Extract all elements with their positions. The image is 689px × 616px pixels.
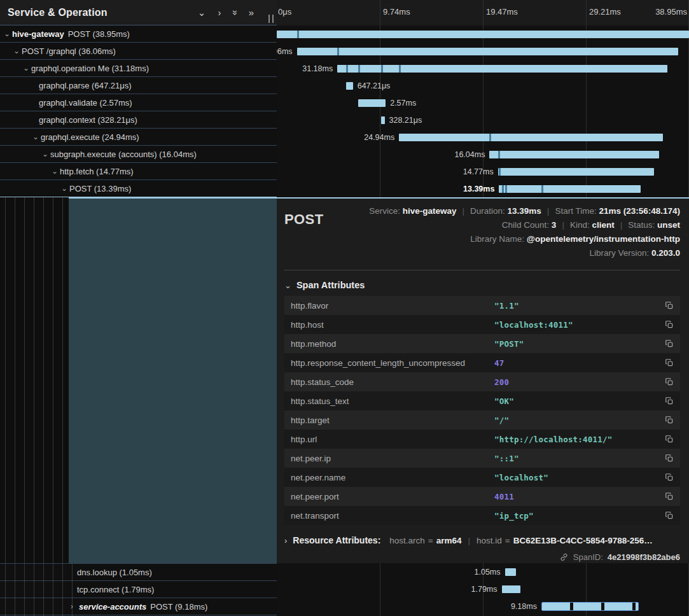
- span-tree-row[interactable]: ⌄POST /graphql (36.06ms): [0, 43, 277, 60]
- span-duration-row[interactable]: 1.79ms: [277, 580, 689, 598]
- span-id-label: SpanID:: [573, 552, 603, 562]
- span-bar[interactable]: [399, 134, 663, 141]
- copy-icon[interactable]: [665, 396, 674, 405]
- copy-icon[interactable]: [665, 377, 674, 386]
- span-bar[interactable]: [337, 65, 667, 73]
- span-duration-row[interactable]: 36.06ms: [277, 43, 689, 60]
- tree-header-title: Service & Operation: [8, 7, 108, 18]
- span-bar[interactable]: [489, 151, 659, 158]
- copy-icon[interactable]: [665, 358, 674, 367]
- attribute-value: "ip_tcp": [494, 511, 665, 521]
- meta-value: 13.39ms: [508, 206, 541, 216]
- span-bar[interactable]: [277, 31, 689, 38]
- child-start-marker: [499, 168, 501, 176]
- span-duration-row[interactable]: 24.94ms: [277, 129, 689, 146]
- span-label: graphql.context (328.21μs): [39, 115, 137, 125]
- child-start-marker: [498, 151, 500, 158]
- span-duration-row[interactable]: 647.21μs: [277, 77, 689, 94]
- span-label: graphql.validate (2.57ms): [39, 98, 132, 108]
- tree-guide-line: [53, 197, 53, 563]
- child-start-marker: [358, 65, 360, 73]
- attribute-row: http.status_text"OK": [284, 391, 680, 410]
- copy-icon[interactable]: [665, 320, 674, 329]
- copy-icon[interactable]: [665, 492, 674, 501]
- timeline-tick-label: 38.95ms: [655, 7, 687, 17]
- span-tree-row[interactable]: dns.lookup (1.05ms): [0, 564, 277, 581]
- double-chevron-down-icon[interactable]: »: [227, 6, 244, 20]
- span-duration-row[interactable]: 31.18ms: [277, 60, 689, 77]
- span-bar[interactable]: [358, 99, 386, 107]
- attribute-key: http.status_code: [291, 377, 494, 387]
- attribute-value: "localhost": [494, 473, 665, 482]
- span-duration-row[interactable]: 14.77ms: [277, 163, 689, 180]
- chevron-down-icon: ⌄: [284, 281, 291, 290]
- child-start-marker: [399, 65, 401, 73]
- selected-span-region: [69, 197, 277, 563]
- span-duration-row[interactable]: 16.04ms: [277, 146, 689, 163]
- span-bar[interactable]: [498, 168, 655, 176]
- chevron-down-icon[interactable]: ⌄: [13, 46, 22, 55]
- span-tree-row[interactable]: ⌄hive-gatewayPOST (38.95ms): [0, 25, 277, 43]
- chevron-down-icon[interactable]: ⌄: [42, 150, 50, 158]
- span-duration-row[interactable]: [277, 25, 689, 43]
- span-label: dns.lookup (1.05ms): [77, 568, 152, 577]
- span-bar[interactable]: [297, 48, 679, 55]
- double-chevron-right-icon[interactable]: »: [242, 1, 260, 25]
- span-tree-row[interactable]: ›service-accountsPOST (9.18ms): [0, 598, 277, 615]
- detail-meta-line: Service: hive-gateway|Duration: 13.39ms|…: [369, 206, 680, 216]
- span-duration-row[interactable]: 2.57ms: [277, 94, 689, 111]
- span-bar[interactable]: [381, 116, 385, 124]
- span-label: POST /graphql (36.06ms): [22, 46, 116, 56]
- copy-icon[interactable]: [665, 301, 674, 310]
- chevron-right-icon[interactable]: ›: [211, 1, 228, 25]
- span-bar[interactable]: [499, 185, 641, 193]
- copy-icon[interactable]: [665, 416, 674, 424]
- span-tree-row[interactable]: graphql.context (328.21μs): [0, 111, 277, 129]
- span-tree-row[interactable]: ⌄graphql.execute (24.94ms): [0, 129, 277, 146]
- chevron-down-icon[interactable]: ⌄: [32, 132, 41, 141]
- span-label: POST (38.95ms): [68, 29, 130, 39]
- chevron-down-icon[interactable]: ⌄: [4, 29, 12, 38]
- tree-guide-line: [15, 197, 15, 563]
- span-tree-row[interactable]: ⌄http.fetch (14.77ms): [0, 163, 277, 180]
- span-tree-row[interactable]: ⌄graphql.operation Me (31.18ms): [0, 60, 277, 77]
- span-bar[interactable]: [346, 82, 353, 90]
- attribute-row: net.peer.port4011: [284, 487, 680, 506]
- resource-key: host.id: [477, 536, 502, 545]
- copy-icon[interactable]: [665, 473, 674, 482]
- span-attributes-header[interactable]: ⌄Span Attributes: [284, 280, 680, 290]
- chevron-down-icon[interactable]: ⌄: [193, 1, 211, 25]
- child-start-marker: [337, 48, 339, 55]
- chevron-down-icon[interactable]: ⌄: [23, 64, 31, 73]
- meta-label: Library Name:: [470, 234, 527, 244]
- meta-label: Library Version:: [589, 248, 651, 258]
- span-tree-row[interactable]: ⌄POST (13.39ms): [0, 180, 277, 197]
- span-duration-label: 16.04ms: [454, 150, 485, 160]
- resource-attributes-row[interactable]: › Resource Attributes: host.arch=arm64|h…: [284, 535, 680, 545]
- span-duration-row[interactable]: 328.21μs: [277, 111, 689, 129]
- span-bar[interactable]: [502, 585, 521, 593]
- chevron-down-icon[interactable]: ⌄: [61, 184, 69, 193]
- span-bar[interactable]: [505, 568, 517, 576]
- tree-guide-line: [43, 197, 44, 563]
- span-duration-row[interactable]: 1.05ms: [277, 563, 689, 580]
- chevron-right-icon[interactable]: ›: [71, 602, 79, 611]
- attribute-key: net.transport: [291, 511, 494, 521]
- span-duration-row[interactable]: 13.39ms: [277, 180, 689, 197]
- copy-icon[interactable]: [665, 511, 674, 520]
- span-label: http.fetch (14.77ms): [60, 167, 134, 176]
- copy-icon[interactable]: [665, 454, 674, 463]
- span-service-name: hive-gateway: [12, 29, 64, 39]
- panel-resize-handle[interactable]: [268, 15, 274, 23]
- span-tree-row[interactable]: ⌄subgraph.execute (accounts) (16.04ms): [0, 146, 277, 163]
- span-tree-row[interactable]: tcp.connect (1.79ms): [0, 581, 277, 598]
- span-duration-row[interactable]: 9.18ms: [277, 598, 689, 615]
- span-bar[interactable]: [541, 602, 639, 611]
- chevron-down-icon[interactable]: ⌄: [52, 167, 60, 176]
- copy-icon[interactable]: [665, 435, 674, 444]
- attribute-value: "/": [494, 416, 665, 425]
- span-tree-row[interactable]: graphql.parse (647.21μs): [0, 77, 277, 94]
- span-tree-row[interactable]: graphql.validate (2.57ms): [0, 94, 277, 111]
- detail-span-title: POST: [284, 206, 324, 228]
- copy-icon[interactable]: [665, 339, 674, 348]
